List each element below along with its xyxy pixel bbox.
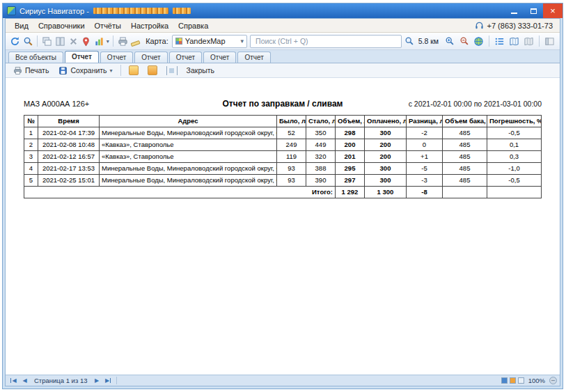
map-provider-value: YandexMap xyxy=(185,37,226,45)
column-header: Погрешность, % xyxy=(487,116,542,127)
save-button[interactable]: Сохранить ▾ xyxy=(54,65,116,76)
menu-settings[interactable]: Настройка xyxy=(126,20,173,31)
table-cell: 300 xyxy=(365,175,407,187)
table-cell: 297 xyxy=(336,175,365,187)
close-window-button[interactable] xyxy=(68,35,79,48)
table-cell: -0,5 xyxy=(487,175,542,187)
tile-windows-button[interactable] xyxy=(54,35,66,48)
printer-icon xyxy=(13,65,22,75)
table-cell: 2021-02-17 13:53 xyxy=(38,163,100,175)
refresh-button[interactable] xyxy=(9,35,21,48)
column-header: Стало, л xyxy=(306,116,336,127)
zoom-mode-two-pages-button[interactable] xyxy=(518,377,524,384)
table-cell: 320 xyxy=(306,151,336,163)
tab-report-2[interactable]: Отчет xyxy=(100,52,133,63)
search-field[interactable] xyxy=(250,35,402,48)
cascade-windows-button[interactable] xyxy=(41,35,53,48)
table-cell: 200 xyxy=(365,139,407,151)
table-row: 12021-02-04 17:39Минеральные Воды, Минер… xyxy=(24,127,542,139)
total-empty-cell xyxy=(487,187,542,198)
table-cell: -0,5 xyxy=(487,127,542,139)
print-button[interactable]: Печать xyxy=(9,65,52,76)
panel-toggle-button[interactable] xyxy=(543,35,556,48)
printer-icon xyxy=(118,36,128,47)
zoom-level: 100% xyxy=(528,377,545,384)
zoom-out-button-statusbar[interactable]: – xyxy=(549,377,557,384)
tab-report-1[interactable]: Отчет xyxy=(65,51,99,63)
close-report-button[interactable]: Закрыть xyxy=(183,65,218,75)
next-page-button[interactable]: ▶ xyxy=(92,376,102,385)
table-cell: 2021-02-25 15:01 xyxy=(38,175,100,187)
redacted-text xyxy=(93,8,168,14)
tab-report-5[interactable]: Отчет xyxy=(203,52,236,63)
toolbar-separator xyxy=(539,36,540,47)
zoom-mode-width-button[interactable] xyxy=(510,377,516,384)
redacted-text xyxy=(173,8,191,14)
table-cell: 485 xyxy=(443,139,487,151)
support-phone: +7 (863) 333-01-73 xyxy=(475,21,556,30)
tab-report-4[interactable]: Отчет xyxy=(169,52,202,63)
menu-directories[interactable]: Справочники xyxy=(33,20,90,31)
marker-button[interactable] xyxy=(80,35,92,48)
minimap-button[interactable] xyxy=(522,35,535,48)
vehicle-name: МАЗ А000АА 126+ xyxy=(24,100,223,108)
window-client-area: Вид Справочники Отчёты Настройка Справка… xyxy=(5,18,560,386)
measure-button[interactable] xyxy=(130,35,142,48)
chart-dropdown-icon[interactable]: ▾ xyxy=(107,38,109,45)
page-orientation-button[interactable] xyxy=(144,65,161,76)
list-icon xyxy=(494,36,505,47)
scale-button[interactable] xyxy=(403,35,416,48)
save-icon xyxy=(58,65,68,75)
print-map-button[interactable] xyxy=(117,35,129,48)
search-input[interactable] xyxy=(254,36,398,46)
tab-all-objects[interactable]: Все объекты xyxy=(8,52,63,63)
menu-bar: Вид Справочники Отчёты Настройка Справка… xyxy=(6,19,560,33)
panel-icon xyxy=(544,36,555,47)
zoom-mode-page-button[interactable] xyxy=(501,377,508,384)
globe-button[interactable] xyxy=(472,35,485,48)
prev-page-button[interactable]: ◀ xyxy=(19,376,30,385)
refresh-icon xyxy=(10,36,20,47)
toolbar-separator xyxy=(489,36,489,47)
zoom-out-button[interactable] xyxy=(457,35,471,48)
menu-reports[interactable]: Отчёты xyxy=(90,20,126,31)
table-row: 42021-02-17 13:53Минеральные Воды, Минер… xyxy=(24,163,542,175)
app-logo-icon xyxy=(7,6,16,15)
first-page-button[interactable]: ◀ xyxy=(8,376,19,385)
table-cell: «Кавказ», Ставрополье xyxy=(100,139,277,151)
tab-report-3[interactable]: Отчет xyxy=(134,52,167,63)
table-cell: 5 xyxy=(24,175,38,187)
zoom-in-button[interactable] xyxy=(443,35,456,48)
objects-list-button[interactable] xyxy=(493,35,506,48)
tab-report-6[interactable]: Отчет xyxy=(237,52,270,63)
map-view-button[interactable] xyxy=(508,35,521,48)
close-report-label: Закрыть xyxy=(187,66,214,75)
report-period: с 2021-02-01 00:00 по 2021-03-01 00:00 xyxy=(343,100,542,108)
maximize-button[interactable] xyxy=(524,3,543,18)
tab-strip: Все объекты Отчет Отчет Отчет Отчет Отче… xyxy=(6,50,560,63)
last-page-button[interactable]: ▶ xyxy=(103,376,113,385)
table-cell: 300 xyxy=(365,127,407,139)
fit-width-button[interactable] xyxy=(163,65,181,76)
table-cell: 4 xyxy=(24,163,38,175)
table-cell: 2021-02-12 16:57 xyxy=(38,151,100,163)
page-setup-button[interactable] xyxy=(125,65,142,76)
menu-help[interactable]: Справка xyxy=(173,20,213,31)
zoom-out-icon xyxy=(459,36,469,46)
table-body: 12021-02-04 17:39Минеральные Воды, Минер… xyxy=(24,127,542,187)
map-provider-select[interactable]: YandexMap ▾ xyxy=(172,35,247,48)
table-cell: 485 xyxy=(443,163,487,175)
minimize-icon xyxy=(511,13,517,14)
fit-width-icon xyxy=(166,66,178,75)
table-cell: 390 xyxy=(306,175,336,187)
table-cell: 298 xyxy=(336,127,365,139)
search-button[interactable] xyxy=(22,35,34,48)
zoom-scale-icon xyxy=(404,36,414,46)
column-header: Адрес xyxy=(100,116,277,127)
menu-view[interactable]: Вид xyxy=(10,20,33,31)
minimize-button[interactable] xyxy=(504,3,524,18)
map-scale-value: 5.8 км xyxy=(418,37,439,45)
chart-button[interactable] xyxy=(93,35,105,48)
table-cell: 52 xyxy=(277,127,306,139)
close-button[interactable]: × xyxy=(543,3,563,18)
